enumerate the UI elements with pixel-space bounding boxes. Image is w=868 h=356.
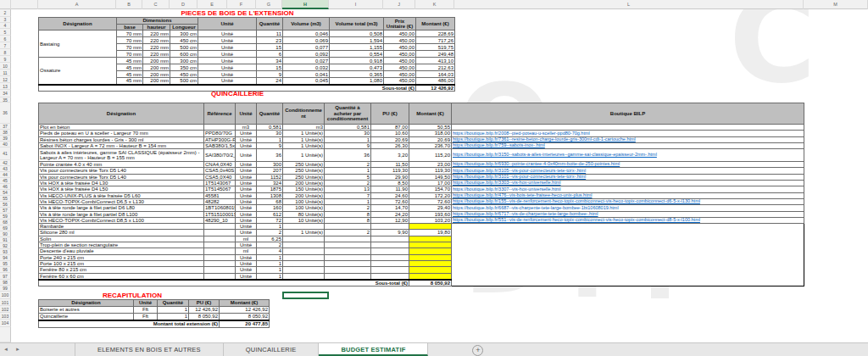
montant-cell[interactable] [409, 242, 452, 248]
cell[interactable]: 300 cm [170, 58, 198, 64]
cell[interactable]: 600 cm [170, 51, 198, 58]
designation-cell[interactable]: Sabot INOX - Largeur A = 72 mm - Hauteur… [39, 142, 204, 148]
cell[interactable]: 220 mm [143, 37, 170, 44]
montant-cell[interactable]: 119,30 [409, 168, 452, 174]
cell[interactable]: Fft [134, 314, 158, 320]
column-header-G[interactable]: G [256, 0, 282, 9]
cell[interactable]: 3,20 [371, 149, 409, 162]
montant-cell[interactable]: 154,70 [409, 186, 452, 192]
cell[interactable] [371, 267, 409, 273]
designation-cell[interactable]: Vis HECO-TOPIX-CombiConnect D6,5 x L130 [39, 198, 204, 204]
montant-cell[interactable] [409, 236, 452, 242]
cell[interactable] [325, 224, 371, 230]
cell[interactable]: 9 [257, 142, 283, 148]
montant-cell[interactable] [409, 267, 452, 273]
cell[interactable]: 100 Unité(s) [283, 198, 325, 204]
column-header-E[interactable]: E [198, 0, 227, 9]
cell[interactable] [283, 248, 325, 254]
cell[interactable] [283, 273, 325, 280]
cell[interactable]: 150 Unité(s) [283, 186, 325, 192]
boutique-cell[interactable]: https://boutique.bilp.fr/6930--pointe-cr… [452, 162, 804, 168]
cell[interactable]: 450,00 [384, 37, 416, 44]
cell[interactable]: 450,00 [384, 58, 416, 64]
cell[interactable]: Unité [236, 205, 257, 211]
row-number[interactable]: 42 [0, 160, 11, 166]
boutique-cell[interactable] [452, 224, 804, 230]
reference-cell[interactable]: 48282 [204, 198, 236, 204]
cell[interactable]: 20,69 [371, 136, 409, 142]
cell[interactable]: 1,080 [330, 78, 384, 85]
cell[interactable]: 1 [257, 136, 283, 142]
row-number[interactable]: 13 [0, 83, 11, 90]
cell[interactable]: 1 Unité(s) [283, 230, 325, 236]
cell[interactable] [325, 242, 371, 248]
cell[interactable]: 100 Unité(s) [283, 205, 325, 211]
cell[interactable]: 10 Unité(s) [283, 217, 325, 223]
column-header-A[interactable]: A [38, 0, 116, 9]
row-number[interactable]: 68 [0, 220, 11, 225]
reference-cell[interactable] [204, 260, 236, 266]
row-number[interactable]: 34 [0, 90, 11, 97]
boutique-cell[interactable] [452, 248, 804, 254]
reference-cell[interactable] [204, 125, 236, 131]
cell[interactable]: 0,092 [283, 51, 330, 58]
cell[interactable]: 0,045 [283, 78, 330, 85]
row-number[interactable]: 100 [0, 292, 11, 299]
cell[interactable]: 612 [257, 211, 283, 217]
cell[interactable]: 0,918 [330, 58, 384, 64]
cell[interactable]: 300 cm [170, 31, 198, 37]
designation-cell[interactable]: Fenêtre 60 x 60 cm [39, 273, 204, 280]
reference-cell[interactable]: CSA5,0X40 [204, 174, 236, 180]
designation-cell[interactable]: Vis HOX à tête fraisée D4 L50 [39, 186, 204, 192]
product-link[interactable]: https://boutique.bilp.fr/3105--vis-pour-… [453, 169, 803, 174]
cell[interactable]: 70 mm [117, 37, 143, 44]
cell[interactable]: 45 mm [117, 78, 143, 85]
row-number[interactable]: 69 [0, 225, 11, 231]
cell[interactable]: 350 cm [170, 64, 198, 71]
hardware-data-row[interactable]: Vis HECO-UNIX-PLUS à tête fraisée D5 L60… [39, 192, 804, 198]
hardware-data-row[interactable]: Vis pour connecteurs tête Torx D5 L40CSA… [39, 168, 804, 174]
cell[interactable]: 450,00 [384, 71, 416, 78]
cell[interactable]: 2 [325, 205, 371, 211]
montant-cell[interactable] [409, 260, 452, 266]
hardware-data-row[interactable]: Porte 100 x 215 cmUnité1 [39, 260, 804, 266]
cell[interactable]: 1 [158, 314, 189, 320]
cell[interactable]: 8 050,92 [220, 314, 270, 320]
cell[interactable]: 200 Unité(s) [283, 192, 325, 198]
cell[interactable]: 500 cm [170, 78, 198, 85]
product-link[interactable]: https://boutique.bilp.fr/7361--resine-be… [453, 137, 803, 142]
boutique-cell[interactable]: https://boutique.bilp.fr/7361--resine-be… [452, 136, 804, 142]
designation-cell[interactable]: Vis à tête ronde large à filet partiel D… [39, 211, 204, 217]
cell[interactable]: 30 [325, 131, 371, 136]
reference-cell[interactable]: SAB380/1,5x [204, 142, 236, 148]
cell[interactable]: 324 [257, 181, 283, 186]
cell[interactable]: 7 [325, 192, 371, 198]
cell[interactable]: 1 Unité(s) [283, 149, 325, 162]
cell[interactable]: 0,032 [283, 64, 330, 71]
row-number[interactable]: 44 [0, 172, 11, 178]
column-header-L[interactable]: L [454, 0, 804, 9]
hardware-data-row[interactable]: Trop-plein de section rectangulaireUnité… [39, 242, 804, 248]
cell[interactable]: m3 [236, 125, 257, 131]
cell[interactable]: Unité [236, 242, 257, 248]
cell[interactable]: 8 050,92 [189, 314, 220, 320]
cell[interactable]: 0,554 [330, 51, 384, 58]
hardware-data-row[interactable]: Résines béton charges lourdes - Gris - 3… [39, 136, 804, 142]
cell[interactable]: 1875 [257, 186, 283, 192]
product-link[interactable]: https://boutique.bilp.fr/551--vis-de-ren… [453, 218, 803, 223]
row-number[interactable]: 45 [0, 178, 11, 184]
cell[interactable]: Unité [198, 37, 257, 44]
cell[interactable]: 0,041 [283, 71, 330, 78]
cell[interactable]: 5 [325, 174, 371, 180]
row-number[interactable]: 99 [0, 286, 11, 292]
designation-cell[interactable]: Porte 240 x 215 cm [39, 254, 204, 260]
cell[interactable]: 23 [257, 37, 283, 44]
hardware-data-row[interactable]: Fenêtre 60 x 60 cmUnité1 [39, 273, 804, 280]
hardware-data-row[interactable]: Vis HECO-TOPIX-CombiConnect D8,5 x L1004… [39, 217, 804, 223]
cell[interactable]: 0,581 [257, 125, 283, 131]
cell[interactable]: Unité [198, 31, 257, 37]
reference-cell[interactable]: 45581 [204, 192, 236, 198]
cell[interactable]: 160 [257, 205, 283, 211]
cell[interactable]: 450,00 [384, 51, 416, 58]
cell[interactable]: 220 mm [143, 31, 170, 37]
